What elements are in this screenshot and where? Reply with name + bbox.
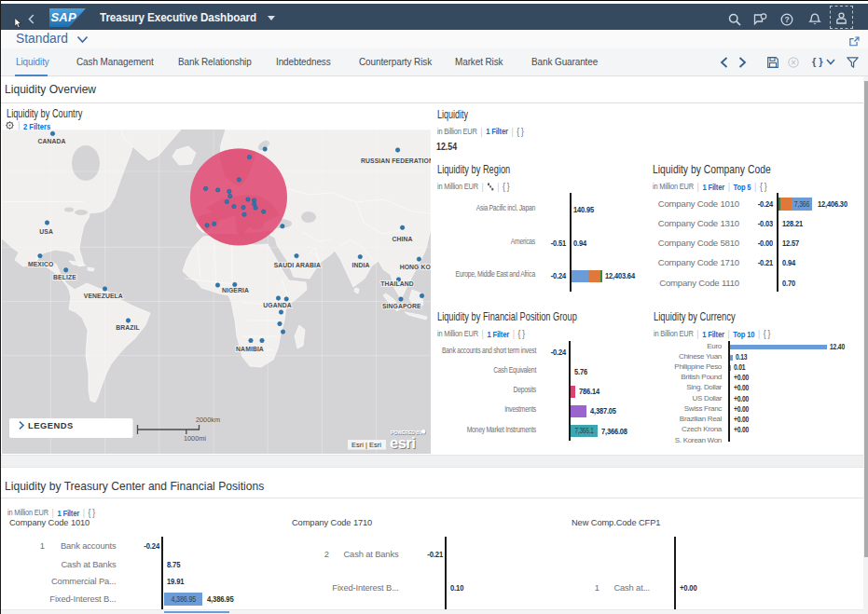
svg-text:USA: USA bbox=[39, 228, 53, 235]
svg-text:HONG KONG: HONG KONG bbox=[400, 264, 431, 270]
svg-text:UGANDA: UGANDA bbox=[263, 302, 291, 308]
svg-text:MEXICO: MEXICO bbox=[28, 261, 53, 267]
svg-text:VENEZUELA: VENEZUELA bbox=[84, 293, 123, 299]
svg-text:Esri | Esri: Esri | Esri bbox=[351, 441, 381, 449]
svg-text:?: ? bbox=[784, 15, 789, 24]
svg-text:CANADA: CANADA bbox=[37, 138, 65, 144]
svg-text:THAILAND: THAILAND bbox=[380, 280, 414, 287]
svg-text:2000km: 2000km bbox=[196, 416, 220, 424]
svg-text:BRAZIL: BRAZIL bbox=[116, 324, 140, 331]
svg-text:BELIZE: BELIZE bbox=[53, 274, 76, 280]
svg-text:LEGENDS: LEGENDS bbox=[28, 420, 74, 430]
svg-text:RUSSIAN FEDERATION: RUSSIAN FEDERATION bbox=[361, 157, 431, 164]
svg-text:NIGERIA: NIGERIA bbox=[222, 287, 249, 293]
svg-text:1000mi: 1000mi bbox=[184, 434, 206, 443]
svg-text:SAUDI ARABIA: SAUDI ARABIA bbox=[274, 262, 321, 268]
svg-text:NAMIBIA: NAMIBIA bbox=[236, 346, 264, 352]
svg-text:SINGAPORE: SINGAPORE bbox=[382, 303, 421, 309]
svg-text:INDIA: INDIA bbox=[351, 262, 369, 268]
svg-text:esri: esri bbox=[390, 434, 415, 451]
